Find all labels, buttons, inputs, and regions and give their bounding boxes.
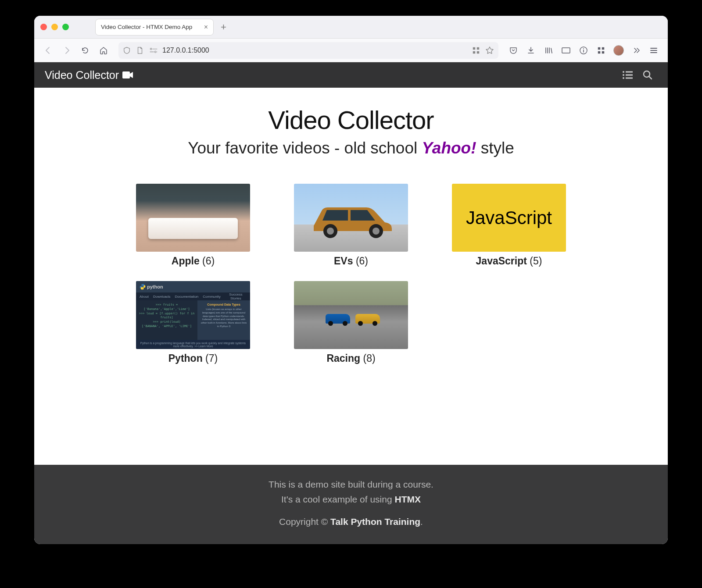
svg-rect-18 [626,71,633,73]
back-button[interactable] [40,43,56,58]
pocket-button[interactable] [505,43,521,58]
svg-rect-15 [602,51,604,53]
thumbnail-evs [294,184,408,252]
account-button[interactable] [611,43,627,58]
svg-rect-9 [562,48,570,53]
search-button[interactable] [638,70,657,80]
overflow-button[interactable] [628,43,644,58]
toolbar-right-cluster [505,43,662,58]
category-card-evs[interactable]: EVs (6) [294,184,408,267]
info-icon [579,46,588,55]
svg-point-27 [372,228,380,235]
svg-point-11 [583,48,584,49]
thumbnail-apple [136,184,250,252]
svg-point-2 [154,51,156,53]
tab-bar: Video Collector - HTMX Demo App × + [34,16,668,39]
category-grid: Apple (6) EVs (6) [34,184,668,364]
browser-tab[interactable]: Video Collector - HTMX Demo App × [95,19,214,36]
maximize-window-button[interactable] [62,24,69,30]
svg-rect-13 [602,47,604,49]
browser-toolbar: 127.0.0.1:5000 [34,39,668,62]
svg-rect-6 [477,47,479,49]
qr-icon[interactable] [472,46,480,54]
footer-line-2: It's a cool example of using HTMX [34,492,668,507]
svg-rect-8 [477,51,479,53]
svg-rect-12 [598,47,600,49]
car-illustration-icon [301,192,401,244]
close-tab-icon[interactable]: × [204,23,208,31]
brand-text: Video Collector [45,69,119,82]
yahoo-emphasis: Yahoo! [422,139,476,157]
app-footer: This is a demo site built during a cours… [34,465,668,544]
address-bar[interactable]: 127.0.0.1:5000 [118,42,498,59]
star-icon[interactable] [485,46,494,55]
category-card-apple[interactable]: Apple (6) [136,184,250,267]
video-camera-icon [122,71,134,79]
brand[interactable]: Video Collector [45,69,134,82]
svg-rect-14 [598,51,600,53]
race-car-icon [355,314,380,324]
footer-copyright: Copyright © Talk Python Training. [34,514,668,529]
svg-rect-22 [626,78,633,79]
svg-point-25 [327,228,334,235]
library-button[interactable] [541,43,556,58]
pocket-icon [509,46,518,55]
downloads-button[interactable] [523,43,539,58]
list-button[interactable] [618,70,638,80]
tab-title: Video Collector - HTMX Demo App [101,24,192,30]
svg-rect-5 [473,47,475,49]
arrow-left-icon [44,46,53,55]
screen-icon [561,46,571,54]
arrow-right-icon [62,46,71,55]
category-card-javascript[interactable]: JavaScript JavaScript (5) [452,184,566,267]
avatar-icon [613,45,624,56]
svg-point-21 [623,77,624,79]
svg-point-0 [150,48,152,50]
forward-button[interactable] [59,43,75,58]
reload-icon [81,46,90,55]
thumbnail-python: python AboutDownloadsDocumentationCommun… [136,281,250,349]
thumbnail-javascript: JavaScript [452,184,566,252]
python-logo-icon: python [140,284,163,290]
category-card-python[interactable]: python AboutDownloadsDocumentationCommun… [136,281,250,364]
svg-rect-7 [473,51,475,53]
extensions-button[interactable] [593,43,609,58]
menu-button[interactable] [646,43,662,58]
home-button[interactable] [96,43,111,58]
race-car-icon [326,314,350,324]
reload-button[interactable] [77,43,93,58]
page-icon [136,46,144,54]
svg-point-17 [623,71,624,73]
new-tab-button[interactable]: + [218,21,229,33]
permissions-icon [149,47,158,54]
category-label: Apple (6) [136,255,250,267]
category-label: Racing (8) [294,353,408,364]
url-text: 127.0.0.1:5000 [162,46,468,54]
home-icon [99,46,108,55]
shield-icon [123,46,131,54]
footer-link[interactable]: Talk Python Training [330,517,420,527]
thumbnail-racing [294,281,408,349]
app-header: Video Collector [34,62,668,88]
list-icon [622,70,634,80]
svg-rect-20 [626,75,633,76]
responsive-button[interactable] [558,43,574,58]
download-icon [526,46,535,55]
library-icon [544,46,553,55]
category-card-racing[interactable]: Racing (8) [294,281,408,364]
grid-icon [597,46,605,54]
page-content: Video Collector Your favorite videos - o… [34,88,668,465]
footer-line-1: This is a demo site built during a cours… [34,477,668,492]
page-subtitle: Your favorite videos - old school Yahoo!… [34,139,668,157]
hero: Video Collector Your favorite videos - o… [34,105,668,157]
category-label: JavaScript (5) [452,255,566,267]
svg-rect-16 [122,71,130,78]
search-icon [642,70,653,80]
hamburger-icon [649,46,658,55]
category-label: EVs (6) [294,255,408,267]
minimize-window-button[interactable] [51,24,58,30]
close-window-button[interactable] [40,24,47,30]
info-button[interactable] [576,43,591,58]
svg-point-19 [623,74,624,76]
category-label: Python (7) [136,353,250,364]
